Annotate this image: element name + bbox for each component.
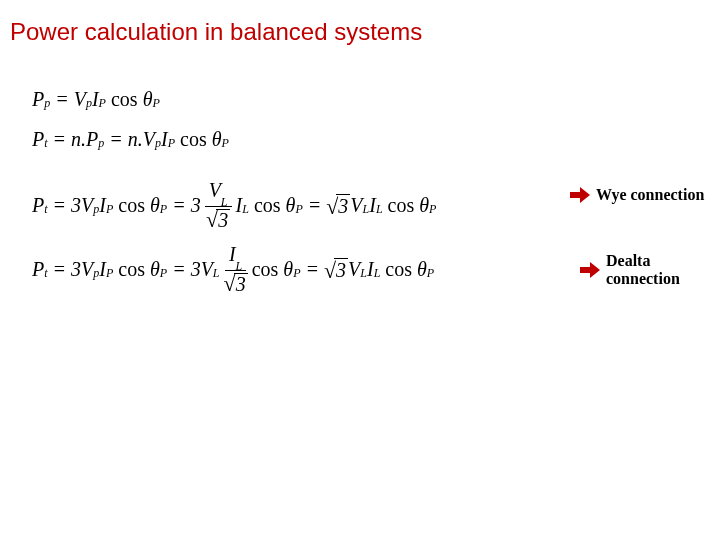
sym-P: P bbox=[86, 128, 98, 151]
sym-V: V bbox=[350, 194, 362, 217]
arrow-right-icon bbox=[580, 262, 600, 278]
sqrt-3: √3 bbox=[224, 273, 248, 295]
sym-I: I bbox=[369, 194, 376, 217]
sub-Pcap: P bbox=[106, 266, 113, 281]
sub-L: L bbox=[213, 266, 220, 281]
sub-t: t bbox=[44, 202, 47, 217]
sub-L: L bbox=[236, 259, 243, 273]
sub-Pcap: P bbox=[160, 266, 167, 281]
sub-p: p bbox=[44, 96, 50, 111]
sym-theta: θ bbox=[283, 258, 293, 281]
sub-Pcap: P bbox=[106, 202, 113, 217]
sqrt-3: √3 bbox=[206, 209, 230, 231]
sub-t: t bbox=[44, 136, 47, 151]
sym-V: V bbox=[209, 179, 221, 201]
sub-L: L bbox=[242, 202, 249, 217]
sqrt-radicand: 3 bbox=[216, 209, 230, 231]
sym-cos: cos bbox=[388, 194, 415, 217]
sym-cos: cos bbox=[385, 258, 412, 281]
page-title: Power calculation in balanced systems bbox=[10, 18, 422, 46]
sym-eq: = bbox=[308, 194, 322, 217]
sym-V: V bbox=[74, 88, 86, 111]
sub-p: p bbox=[86, 96, 92, 111]
sub-Pcap: P bbox=[293, 266, 300, 281]
sub-Pcap: P bbox=[429, 202, 436, 217]
sym-theta: θ bbox=[150, 258, 160, 281]
sym-eq: = bbox=[55, 88, 69, 111]
sym-V: V bbox=[348, 258, 360, 281]
sym-theta: θ bbox=[143, 88, 153, 111]
sym-cos: cos bbox=[254, 194, 281, 217]
sqrt-radicand: 3 bbox=[336, 194, 350, 218]
sub-p: p bbox=[155, 136, 161, 151]
sym-3: 3 bbox=[191, 258, 201, 281]
sym-cos: cos bbox=[111, 88, 138, 111]
sym-n: n bbox=[128, 128, 138, 151]
sym-I: I bbox=[161, 128, 168, 151]
sub-Pcap: P bbox=[168, 136, 175, 151]
sym-I: I bbox=[229, 243, 236, 265]
label-delta: Dealta connection bbox=[606, 252, 720, 288]
sym-cos: cos bbox=[252, 258, 279, 281]
sub-p: p bbox=[98, 136, 104, 151]
sym-V: V bbox=[143, 128, 155, 151]
sub-p: p bbox=[93, 266, 99, 281]
annotation-wye: Wye connection bbox=[570, 186, 704, 204]
sym-P: P bbox=[32, 88, 44, 111]
arrow-right-icon bbox=[570, 187, 590, 203]
sym-theta: θ bbox=[417, 258, 427, 281]
sym-eq: = bbox=[172, 258, 186, 281]
sub-L: L bbox=[360, 266, 367, 281]
sym-P: P bbox=[32, 258, 44, 281]
label-wye: Wye connection bbox=[596, 186, 704, 204]
sym-I: I bbox=[367, 258, 374, 281]
sym-eq: = bbox=[305, 258, 319, 281]
sym-cos: cos bbox=[118, 258, 145, 281]
sym-theta: θ bbox=[150, 194, 160, 217]
sym-eq: = bbox=[53, 128, 67, 151]
sym-theta: θ bbox=[286, 194, 296, 217]
sym-I: I bbox=[99, 258, 106, 281]
sub-Pcap: P bbox=[222, 136, 229, 151]
sym-eq: = bbox=[172, 194, 186, 217]
sym-P: P bbox=[32, 194, 44, 217]
sym-theta: θ bbox=[419, 194, 429, 217]
sym-I: I bbox=[92, 88, 99, 111]
equation-pt-delta: Pt = 3Vp IP cos θP = 3VL IL √3 cos θP = … bbox=[32, 244, 434, 295]
sym-V: V bbox=[81, 258, 93, 281]
sqrt-3: √3 bbox=[324, 258, 348, 282]
sym-eq: = bbox=[109, 128, 123, 151]
annotation-delta: Dealta connection bbox=[580, 252, 720, 288]
sub-Pcap: P bbox=[152, 96, 159, 111]
sub-L: L bbox=[376, 202, 383, 217]
sym-cos: cos bbox=[118, 194, 145, 217]
equation-pt-wye: Pt = 3Vp IP cos θP = 3 VL √3 IL cos θP =… bbox=[32, 180, 436, 231]
sub-L: L bbox=[363, 202, 370, 217]
sub-t: t bbox=[44, 266, 47, 281]
sym-I: I bbox=[99, 194, 106, 217]
sym-eq: = bbox=[53, 194, 67, 217]
equation-pt-n: Pt = n.Pp = n.Vp IP cos θP bbox=[32, 128, 229, 151]
fraction-il-root3: IL √3 bbox=[224, 244, 248, 295]
sym-V: V bbox=[201, 258, 213, 281]
sym-3: 3 bbox=[191, 194, 201, 217]
sub-Pcap: P bbox=[295, 202, 302, 217]
sub-p: p bbox=[93, 202, 99, 217]
sym-eq: = bbox=[53, 258, 67, 281]
sym-V: V bbox=[81, 194, 93, 217]
sub-Pcap: P bbox=[99, 96, 106, 111]
sub-L: L bbox=[374, 266, 381, 281]
sym-P: P bbox=[32, 128, 44, 151]
sqrt-3: √3 bbox=[326, 194, 350, 218]
sym-3: 3 bbox=[71, 194, 81, 217]
sym-3: 3 bbox=[71, 258, 81, 281]
sub-L: L bbox=[221, 195, 228, 209]
sqrt-radicand: 3 bbox=[234, 273, 248, 295]
equation-pp: Pp = Vp IP cos θP bbox=[32, 88, 160, 111]
sym-cos: cos bbox=[180, 128, 207, 151]
sym-theta: θ bbox=[212, 128, 222, 151]
sub-Pcap: P bbox=[427, 266, 434, 281]
sub-Pcap: P bbox=[160, 202, 167, 217]
sym-n: n bbox=[71, 128, 81, 151]
sqrt-radicand: 3 bbox=[334, 258, 348, 282]
